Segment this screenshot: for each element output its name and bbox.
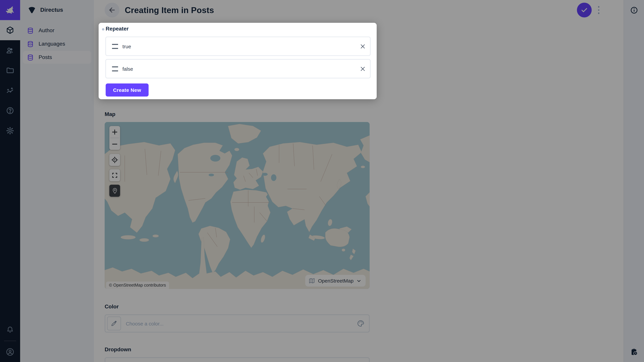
repeater-row-value: false bbox=[118, 66, 356, 71]
repeater-row[interactable]: false bbox=[105, 59, 371, 78]
repeater-row-value: true bbox=[118, 43, 356, 49]
remove-row-button[interactable] bbox=[356, 39, 369, 53]
repeater-field-label: Repeater bbox=[106, 26, 129, 32]
repeater-row[interactable]: true bbox=[105, 36, 371, 56]
remove-row-button[interactable] bbox=[356, 62, 369, 75]
edited-indicator-dot bbox=[102, 28, 104, 30]
create-new-button[interactable]: Create New bbox=[106, 83, 148, 96]
drag-handle-icon[interactable] bbox=[112, 66, 118, 71]
close-x-icon bbox=[360, 43, 366, 49]
repeater-popover: Repeater true false Create New bbox=[98, 23, 377, 99]
directus-app: Directus Author Languages Posts Creating… bbox=[0, 0, 644, 362]
drag-handle-icon[interactable] bbox=[112, 44, 118, 49]
close-x-icon bbox=[360, 65, 366, 72]
